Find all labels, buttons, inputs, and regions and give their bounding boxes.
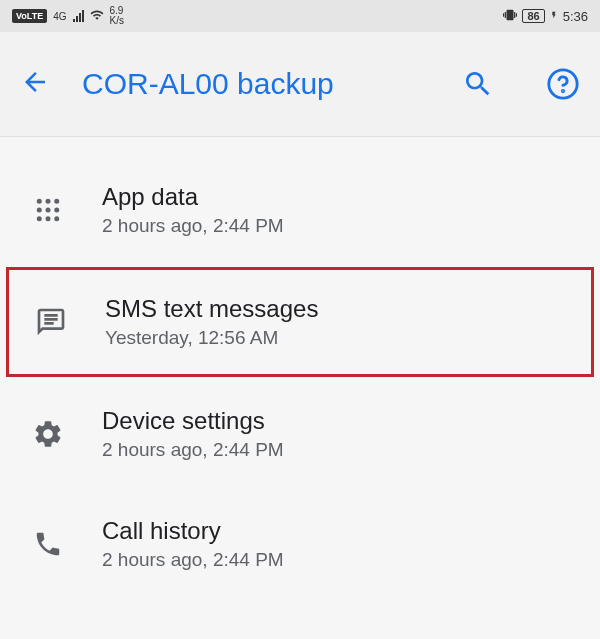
apps-grid-icon: [30, 192, 66, 228]
status-right: 86 5:36: [503, 8, 588, 25]
list-item-call-history[interactable]: Call history 2 hours ago, 2:44 PM: [0, 489, 600, 599]
item-text: Device settings 2 hours ago, 2:44 PM: [102, 407, 284, 461]
search-button[interactable]: [462, 68, 494, 100]
volte-badge: VoLTE: [12, 9, 47, 23]
item-text: App data 2 hours ago, 2:44 PM: [102, 183, 284, 237]
vibrate-icon: [503, 8, 517, 25]
item-title: Call history: [102, 517, 284, 545]
message-icon: [33, 304, 69, 340]
signal-bars-icon: [73, 10, 84, 22]
list-item-sms[interactable]: SMS text messages Yesterday, 12:56 AM: [6, 267, 594, 377]
wifi-icon: [90, 8, 104, 25]
item-subtitle: 2 hours ago, 2:44 PM: [102, 549, 284, 571]
clock-time: 5:36: [563, 9, 588, 24]
charging-icon: [550, 8, 558, 25]
item-title: SMS text messages: [105, 295, 318, 323]
status-bar: VoLTE 4G 6.9 K/s 86 5:36: [0, 0, 600, 32]
svg-point-3: [46, 199, 51, 204]
page-title: COR-AL00 backup: [82, 67, 430, 101]
status-left: VoLTE 4G 6.9 K/s: [12, 6, 124, 26]
svg-point-1: [562, 90, 563, 91]
svg-point-5: [37, 208, 42, 213]
svg-point-7: [54, 208, 59, 213]
item-text: Call history 2 hours ago, 2:44 PM: [102, 517, 284, 571]
svg-point-9: [46, 216, 51, 221]
app-bar: COR-AL00 backup: [0, 32, 600, 137]
item-title: Device settings: [102, 407, 284, 435]
list-item-app-data[interactable]: App data 2 hours ago, 2:44 PM: [0, 155, 600, 265]
battery-indicator: 86: [522, 9, 544, 23]
item-subtitle: 2 hours ago, 2:44 PM: [102, 439, 284, 461]
network-type: 4G: [53, 11, 66, 22]
back-button[interactable]: [20, 67, 50, 101]
data-rate: 6.9 K/s: [110, 6, 124, 26]
item-title: App data: [102, 183, 284, 211]
item-subtitle: Yesterday, 12:56 AM: [105, 327, 318, 349]
help-button[interactable]: [546, 67, 580, 101]
svg-point-4: [54, 199, 59, 204]
gear-icon: [30, 416, 66, 452]
item-text: SMS text messages Yesterday, 12:56 AM: [105, 295, 318, 349]
svg-point-8: [37, 216, 42, 221]
phone-icon: [30, 526, 66, 562]
list-item-device-settings[interactable]: Device settings 2 hours ago, 2:44 PM: [0, 379, 600, 489]
svg-point-10: [54, 216, 59, 221]
backup-list: App data 2 hours ago, 2:44 PM SMS text m…: [0, 137, 600, 599]
svg-point-2: [37, 199, 42, 204]
item-subtitle: 2 hours ago, 2:44 PM: [102, 215, 284, 237]
svg-point-6: [46, 208, 51, 213]
